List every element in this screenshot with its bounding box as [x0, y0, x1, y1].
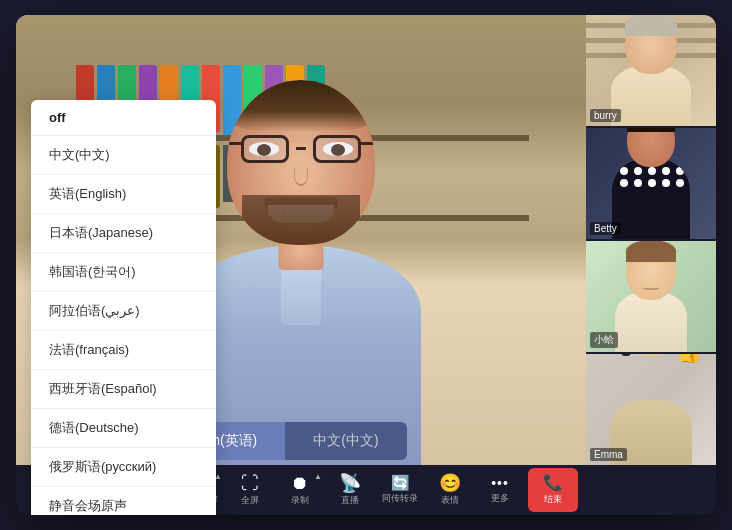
end-icon: 📞	[543, 475, 563, 491]
dropdown-item-de[interactable]: 德语(Deutsche)	[31, 409, 216, 448]
sync-translate-button[interactable]: 🔄 同传转录	[376, 468, 424, 512]
thumb-name-2: Betty	[590, 222, 621, 235]
fullscreen-icon: ⛶	[241, 474, 259, 492]
live-label: 直播	[341, 494, 359, 507]
dropdown-item-ru[interactable]: 俄罗斯语(русский)	[31, 448, 216, 487]
dropdown-item-mute[interactable]: 静音会场原声	[31, 487, 216, 515]
dropdown-item-es[interactable]: 西班牙语(Español)	[31, 370, 216, 409]
dropdown-item-zh[interactable]: 中文(中文)	[31, 136, 216, 175]
emotion-icon: 😊	[439, 474, 461, 492]
record-chevron: ▲	[314, 472, 322, 481]
fullscreen-label: 全屏	[241, 494, 259, 507]
dropdown-item-fr[interactable]: 法语(français)	[31, 331, 216, 370]
dropdown-item-off[interactable]: off	[31, 100, 216, 136]
thumb-name-3: 小蛤	[590, 332, 618, 348]
more-button[interactable]: ••• 更多	[476, 468, 524, 512]
record-button[interactable]: ⏺ 录制 ▲	[276, 468, 324, 512]
live-button[interactable]: 📡 直播	[326, 468, 374, 512]
thumbnail-3[interactable]: 小蛤	[586, 241, 716, 352]
record-icon: ⏺	[291, 474, 309, 492]
more-label: 更多	[491, 492, 509, 505]
thumb-name-1: burry	[590, 109, 621, 122]
sync-translate-label: 同传转录	[382, 492, 418, 505]
app-container: burry	[16, 15, 716, 515]
dropdown-item-ko[interactable]: 韩国语(한국어)	[31, 253, 216, 292]
dropdown-item-ar[interactable]: 阿拉伯语(عربي)	[31, 292, 216, 331]
end-label: 结束	[544, 493, 562, 506]
record-label: 录制	[291, 494, 309, 507]
end-button[interactable]: 📞 结束	[528, 468, 578, 512]
thumb-name-4: Emma	[590, 448, 627, 461]
emotion-button[interactable]: 😊 表情	[426, 468, 474, 512]
thumbnail-1[interactable]: burry	[586, 15, 716, 126]
live-icon: 📡	[339, 474, 361, 492]
thumbnail-panel: burry	[586, 15, 716, 465]
more-icon: •••	[491, 476, 509, 490]
language-dropdown: off 中文(中文) 英语(English) 日本语(Japanese) 韩国语…	[31, 100, 216, 515]
dropdown-item-ja[interactable]: 日本语(Japanese)	[31, 214, 216, 253]
emotion-label: 表情	[441, 494, 459, 507]
sync-translate-icon: 🔄	[391, 475, 410, 490]
dropdown-item-en[interactable]: 英语(English)	[31, 175, 216, 214]
thumbnail-4[interactable]: 👍 Emma	[586, 354, 716, 465]
fullscreen-button[interactable]: ⛶ 全屏	[226, 468, 274, 512]
thumbnail-2[interactable]: Betty	[586, 128, 716, 239]
lang-chinese-button[interactable]: 中文(中文)	[285, 422, 406, 460]
